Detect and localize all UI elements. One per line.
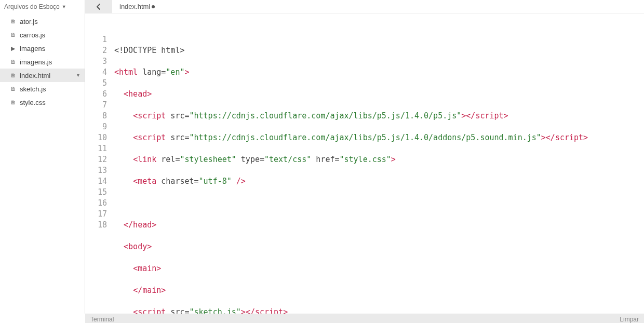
terminal-label: Terminal (90, 316, 114, 323)
file-label: style.css (20, 99, 46, 106)
code-line: </head> (113, 220, 644, 231)
file-label: imagens.js (20, 58, 52, 66)
editor-area: index.html 123456789101112131415161718 <… (85, 0, 644, 314)
file-item-imagens[interactable]: ▶imagens (0, 42, 85, 55)
file-label: carros.js (20, 31, 45, 39)
back-button[interactable] (85, 0, 112, 14)
folder-icon: ▶ (9, 45, 17, 52)
caret-down-icon[interactable]: ▼ (76, 73, 81, 78)
code-line: <script src="https://cdnjs.cloudflare.co… (113, 132, 644, 143)
terminal-bar[interactable]: Terminal Limpar (85, 314, 644, 323)
file-icon: 🗎 (9, 18, 17, 24)
code-line: <body> (113, 241, 644, 252)
modified-dot-icon (152, 5, 155, 8)
code-line: <!DOCTYPE html> (113, 45, 644, 56)
code-line: <html lang="en"> (113, 67, 644, 78)
file-item-ator-js[interactable]: 🗎ator.js (0, 15, 85, 28)
file-icon: 🗎 (9, 99, 17, 105)
file-item-sketch-js[interactable]: 🗎sketch.js (0, 82, 85, 96)
file-label: ator.js (20, 18, 38, 25)
file-label: imagens (20, 45, 45, 52)
file-item-carros-js[interactable]: 🗎carros.js (0, 28, 85, 42)
file-icon: 🗎 (9, 86, 17, 92)
file-icon: 🗎 (9, 72, 17, 78)
file-item-imagens-js[interactable]: 🗎imagens.js (0, 55, 85, 69)
code-editor[interactable]: 123456789101112131415161718 <!DOCTYPE ht… (85, 14, 644, 314)
code-line: <script src="https://cdnjs.cloudflare.co… (113, 111, 644, 122)
code-line: <link rel="stylesheet" type="text/css" h… (113, 154, 644, 165)
caret-down-icon: ▼ (62, 4, 66, 9)
tab-label: index.html (119, 3, 150, 10)
code-line: <meta charset="utf-8" /> (113, 176, 644, 187)
code-line: </main> (113, 285, 644, 296)
line-gutter: 123456789101112131415161718 (85, 14, 112, 314)
sidebar-header[interactable]: Arquivos do Esboço ▼ (0, 0, 85, 14)
file-item-index-html[interactable]: 🗎index.html▼ (0, 69, 85, 82)
sidebar-title: Arquivos do Esboço (4, 3, 60, 10)
code-line: <main> (113, 263, 644, 274)
file-icon: 🗎 (9, 32, 17, 38)
clear-button[interactable]: Limpar (620, 316, 639, 323)
code-line: <script src="sketch.js"></script> (113, 307, 644, 314)
file-icon: 🗎 (9, 59, 17, 65)
code-line: <head> (113, 89, 644, 100)
chevron-left-icon (96, 3, 101, 10)
file-label: index.html (20, 72, 50, 79)
code-line (113, 198, 644, 209)
file-list: 🗎ator.js🗎carros.js▶imagens🗎imagens.js🗎in… (0, 14, 85, 314)
file-label: sketch.js (20, 85, 46, 93)
tab-index-html[interactable]: index.html (112, 0, 162, 14)
file-item-style-css[interactable]: 🗎style.css (0, 96, 85, 109)
file-sidebar: Arquivos do Esboço ▼ 🗎ator.js🗎carros.js▶… (0, 0, 85, 314)
editor-header: index.html (85, 0, 644, 14)
code-content[interactable]: <!DOCTYPE html> <html lang="en"> <head> … (112, 14, 644, 314)
